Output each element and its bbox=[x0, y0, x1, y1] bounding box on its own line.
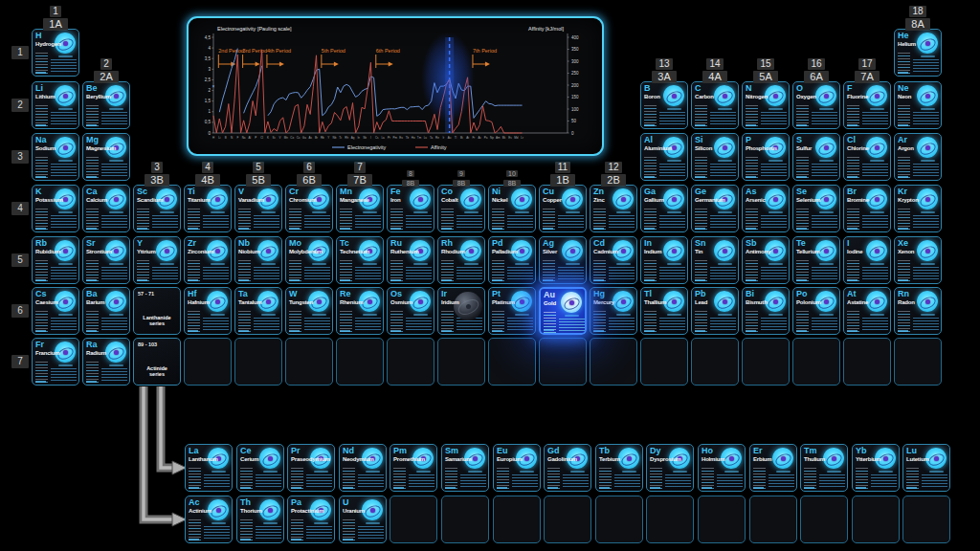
element-cell-al[interactable]: AlAluminium bbox=[640, 133, 688, 181]
element-cell-na[interactable]: NaSodium bbox=[32, 133, 79, 181]
element-cell-at[interactable]: AtAstatine bbox=[843, 287, 891, 335]
element-cell-re[interactable]: ReRhenium bbox=[336, 287, 384, 335]
element-cell-po[interactable]: PoPolonium bbox=[792, 287, 840, 335]
element-cell-ra[interactable]: RaRadium bbox=[82, 338, 130, 386]
element-cell-he[interactable]: HeHelium bbox=[894, 29, 942, 77]
element-cell-i[interactable]: IIodine bbox=[843, 236, 891, 284]
element-cell-cs[interactable]: CsCaesium bbox=[32, 287, 79, 335]
element-cell-fe[interactable]: FeIron bbox=[387, 185, 434, 232]
element-cell-tc[interactable]: TcTechnetium bbox=[336, 236, 384, 284]
element-cell-cr[interactable]: CrChromium bbox=[285, 185, 333, 232]
element-cell-cl[interactable]: ClChlorine bbox=[843, 133, 891, 181]
element-cell-hg[interactable]: HgMercury bbox=[590, 287, 637, 335]
element-cell-s[interactable]: SSulfur bbox=[792, 133, 840, 181]
element-cell-zn[interactable]: ZnZinc bbox=[590, 185, 637, 232]
element-cell-sr[interactable]: SrStrontium bbox=[82, 236, 130, 284]
element-cell-th[interactable]: ThThorium bbox=[236, 496, 284, 543]
element-cell-o[interactable]: OOxygen bbox=[792, 81, 840, 129]
element-cell-n[interactable]: NNitrogen bbox=[742, 81, 790, 129]
element-cell-fr[interactable]: FrFrancium bbox=[32, 338, 79, 386]
element-cell-gd[interactable]: GdGadolinium bbox=[544, 444, 591, 492]
element-cell-p[interactable]: PPhosphorus bbox=[742, 133, 790, 181]
element-cell-cu[interactable]: CuCopper bbox=[539, 185, 587, 232]
chart-text: As bbox=[308, 136, 312, 140]
element-cell-ac[interactable]: AcActinium bbox=[185, 496, 233, 543]
element-cell-er[interactable]: ErErbium bbox=[749, 444, 797, 492]
element-cell-si[interactable]: SiSilicon bbox=[691, 133, 739, 181]
element-cell-ge[interactable]: GeGermanium bbox=[691, 185, 739, 232]
element-cell-ta[interactable]: TaTantalum bbox=[234, 287, 282, 335]
element-cell-hf[interactable]: HfHafnium bbox=[184, 287, 232, 335]
element-cell-u[interactable]: UUranium bbox=[339, 496, 387, 543]
group-header-3: 33B bbox=[135, 158, 179, 187]
element-cell-co[interactable]: CoCobalt bbox=[437, 185, 485, 232]
element-cell-be[interactable]: BeBeryllium bbox=[82, 81, 130, 129]
element-cell-ba[interactable]: BaBarium bbox=[82, 287, 130, 335]
element-cell-dy[interactable]: DyDysprosium bbox=[646, 444, 694, 492]
element-cell-au[interactable]: AuGold bbox=[539, 287, 587, 335]
element-cell-te[interactable]: TeTellurium bbox=[792, 236, 840, 284]
element-cell-rn[interactable]: RnRadon bbox=[894, 287, 942, 335]
element-cell-pt[interactable]: PtPlatinum bbox=[488, 287, 536, 335]
element-cell-sn[interactable]: SnTin bbox=[691, 236, 739, 284]
element-cell-ru[interactable]: RuRuthenium bbox=[387, 236, 434, 284]
element-cell-li[interactable]: LiLithium bbox=[32, 81, 79, 129]
element-cell-lu[interactable]: LuLutetium bbox=[902, 444, 950, 492]
element-cell-ar[interactable]: ArArgon bbox=[894, 133, 942, 181]
element-cell-bi[interactable]: BiBismuth bbox=[742, 287, 790, 335]
element-cell-rh[interactable]: RhRhodium bbox=[437, 236, 485, 284]
element-cell-ni[interactable]: NiNickel bbox=[488, 185, 536, 232]
element-cell-f[interactable]: FFluorine bbox=[843, 81, 891, 129]
element-cell-ho[interactable]: HoHolmium bbox=[698, 444, 746, 492]
element-cell-nb[interactable]: NbNiobium bbox=[234, 236, 282, 284]
element-cell-b[interactable]: BBoron bbox=[640, 81, 688, 129]
element-cell-kr[interactable]: KrKrypton bbox=[894, 185, 942, 232]
element-cell-yb[interactable]: YbYtterbium bbox=[852, 444, 900, 492]
element-cell-tl[interactable]: TlThallium bbox=[640, 287, 688, 335]
element-cell-mn[interactable]: MnManganese bbox=[336, 185, 384, 232]
element-cell-ti[interactable]: TiTitanium bbox=[184, 185, 232, 232]
properties-left-micro bbox=[35, 105, 48, 126]
element-cell-pm[interactable]: PmPromethium bbox=[390, 444, 437, 492]
element-cell-cd[interactable]: CdCadmium bbox=[590, 236, 637, 284]
element-cell-pa[interactable]: PaProtactinium bbox=[287, 496, 335, 543]
element-cell-ce[interactable]: CeCerium bbox=[236, 444, 284, 492]
element-cell-zr[interactable]: ZrZirconium bbox=[184, 236, 232, 284]
element-cell-ca[interactable]: CaCalcium bbox=[82, 185, 130, 232]
element-cell-ir[interactable]: IrIridium bbox=[437, 287, 485, 335]
element-cell-sb[interactable]: SbAntimony bbox=[742, 236, 790, 284]
element-cell-pd[interactable]: PdPalladium bbox=[488, 236, 536, 284]
properties-left-micro bbox=[393, 468, 406, 489]
element-cell-ag[interactable]: AgSilver bbox=[539, 236, 587, 284]
element-cell-pb[interactable]: PbLead bbox=[691, 287, 739, 335]
element-cell-as[interactable]: AsArsenic bbox=[742, 185, 790, 232]
element-cell-ga[interactable]: GaGallium bbox=[640, 185, 688, 232]
element-cell-os[interactable]: OsOsmium bbox=[387, 287, 434, 335]
element-cell-nd[interactable]: NdNeodymium bbox=[339, 444, 387, 492]
element-cell-la[interactable]: LaLanthanum bbox=[185, 444, 233, 492]
element-cell-y[interactable]: YYttrium bbox=[133, 236, 181, 284]
element-cell-xe[interactable]: XeXenon bbox=[894, 236, 942, 284]
element-cell-ne[interactable]: NeNeon bbox=[894, 81, 942, 129]
element-cell-k[interactable]: KPotassium bbox=[32, 185, 79, 232]
element-cell-tm[interactable]: TmThulium bbox=[800, 444, 848, 492]
element-cell-c[interactable]: CCarbon bbox=[691, 81, 739, 129]
element-cell-rb[interactable]: RbRubidium bbox=[32, 236, 79, 284]
element-cell-in[interactable]: InIndium bbox=[640, 236, 688, 284]
element-cell-pr[interactable]: PrPraseodymium bbox=[287, 444, 335, 492]
element-cell-sm[interactable]: SmSamarium bbox=[441, 444, 489, 492]
element-cell-sc[interactable]: ScScandium bbox=[133, 185, 181, 232]
element-cell-se[interactable]: SeSelenium bbox=[792, 185, 840, 232]
element-cell-tb[interactable]: TbTerbium bbox=[595, 444, 643, 492]
element-cell-br[interactable]: BrBromine bbox=[843, 185, 891, 232]
bottom-value-bar bbox=[86, 228, 97, 230]
element-cell-w[interactable]: WTungsten bbox=[285, 287, 333, 335]
element-cell-mg[interactable]: MgMagnesium bbox=[82, 133, 130, 181]
atom-caption-bar bbox=[58, 364, 73, 366]
element-cell-v[interactable]: VVanadium bbox=[234, 185, 282, 232]
element-cell-mo[interactable]: MoMolybdenum bbox=[285, 236, 333, 284]
element-cell-eu[interactable]: EuEuropium bbox=[493, 444, 541, 492]
element-cell-h[interactable]: HHydrogen bbox=[32, 29, 79, 77]
series-placeholder-lanthanide[interactable]: 57 - 71Lanthanide series bbox=[133, 287, 181, 335]
series-placeholder-actinide[interactable]: 89 - 103Actinide series bbox=[133, 338, 181, 386]
